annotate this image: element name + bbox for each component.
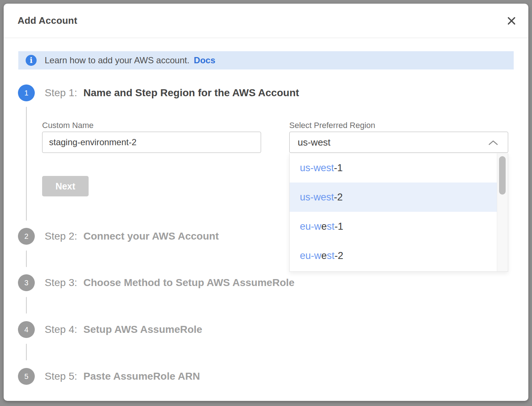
step-row-1: 1 Step 1: Name and Step Region for the A…: [18, 84, 299, 101]
region-label: Select Preferred Region: [289, 121, 375, 130]
option-text: e: [321, 250, 327, 262]
option-match-text: us-west: [300, 162, 334, 174]
step-row-5: 5 Step 5: Paste AssumeRole ARN: [18, 368, 200, 385]
scrollbar-thumb[interactable]: [499, 156, 506, 195]
option-text: -2: [334, 192, 343, 203]
step-5-title: Paste AssumeRole ARN: [83, 371, 200, 382]
step-row-2: 2 Step 2: Connect your AWS Account: [18, 228, 219, 245]
region-select-value: us-west: [298, 137, 331, 148]
add-account-modal: Add Account i Learn how to add your AWS …: [4, 4, 528, 401]
step-row-3: 3 Step 3: Choose Method to Setup AWS Ass…: [18, 274, 294, 291]
step-1-badge: 1: [18, 84, 35, 101]
info-banner: i Learn how to add your AWS account. Doc…: [18, 51, 514, 69]
info-icon: i: [26, 55, 37, 66]
step-connector: [26, 251, 27, 267]
step-3-badge: 3: [18, 274, 35, 291]
next-button[interactable]: Next: [42, 176, 89, 196]
close-icon: [506, 22, 517, 27]
step-1-title: Name and Step Region for the AWS Account: [83, 87, 299, 99]
option-match-text: st: [327, 250, 335, 262]
modal-header: Add Account: [4, 4, 528, 38]
step-5-prefix: Step 5:: [45, 371, 77, 382]
step-connector: [26, 344, 27, 360]
region-option[interactable]: us-west-1: [290, 153, 497, 183]
option-text: -2: [335, 250, 343, 262]
region-option[interactable]: eu-west-1: [290, 212, 497, 241]
option-match-text: us-west: [300, 192, 334, 203]
custom-name-label: Custom Name: [42, 121, 94, 130]
option-text: -1: [334, 162, 343, 174]
region-option[interactable]: eu-west-2: [290, 241, 497, 270]
step-2-title: Connect your AWS Account: [83, 230, 219, 242]
banner-text: Learn how to add your AWS account.: [45, 55, 189, 65]
chevron-up-icon: [488, 140, 498, 146]
option-text: e: [321, 221, 327, 232]
region-option[interactable]: us-west-2: [290, 183, 497, 212]
step-4-title: Setup AWS AssumeRole: [83, 324, 202, 335]
region-option-list: us-west-1us-west-2eu-west-1eu-west-2: [290, 153, 497, 271]
docs-link[interactable]: Docs: [194, 55, 215, 65]
custom-name-input[interactable]: [42, 132, 261, 153]
step-4-prefix: Step 4:: [45, 324, 77, 335]
step-5-badge: 5: [18, 368, 35, 385]
option-match-text: st: [327, 221, 335, 232]
dropdown-scrollbar: [497, 153, 508, 271]
step-connector: [26, 107, 27, 221]
step-2-badge: 2: [18, 228, 35, 245]
option-text: -1: [335, 221, 343, 232]
step-connector: [26, 297, 27, 313]
close-button[interactable]: [506, 15, 517, 27]
step-1-prefix: Step 1:: [45, 87, 77, 99]
region-select[interactable]: us-west: [289, 132, 508, 153]
step-3-prefix: Step 3:: [45, 277, 77, 289]
step-row-4: 4 Step 4: Setup AWS AssumeRole: [18, 321, 202, 338]
region-dropdown: us-west-1us-west-2eu-west-1eu-west-2: [289, 153, 508, 272]
step-4-badge: 4: [18, 321, 35, 338]
step-3-title: Choose Method to Setup AWS AssumeRole: [83, 277, 295, 289]
option-match-text: eu-w: [300, 250, 321, 262]
step-2-prefix: Step 2:: [45, 230, 77, 242]
option-match-text: eu-w: [300, 221, 321, 232]
modal-title: Add Account: [18, 15, 77, 26]
